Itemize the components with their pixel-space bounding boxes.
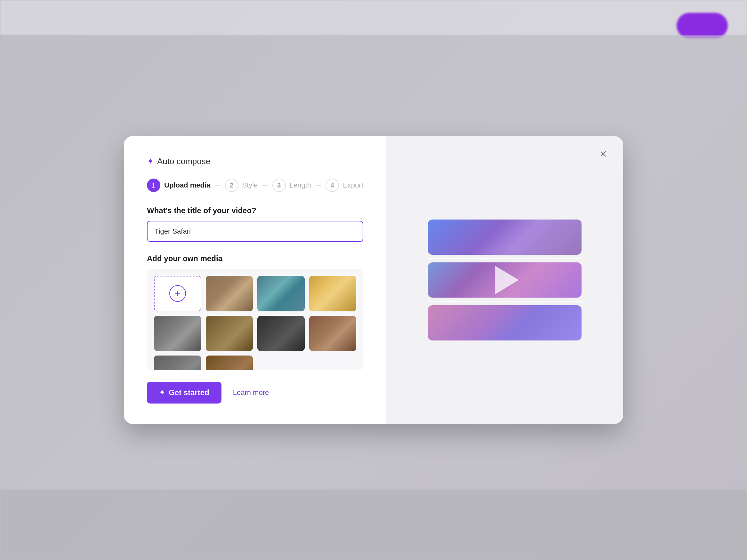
step-3-number: 3: [273, 179, 286, 192]
step-divider-1: [215, 185, 220, 186]
media-thumbnail-2[interactable]: [257, 276, 305, 311]
preview-strip-bottom: [428, 305, 582, 341]
media-thumbnail-5[interactable]: [206, 316, 253, 351]
thumb-image-9: [206, 355, 253, 370]
step-divider-3: [315, 185, 321, 186]
preview-strip-top: [428, 219, 582, 255]
video-title-question: What's the title of your video?: [147, 206, 363, 215]
step-divider-2: [262, 185, 267, 186]
auto-compose-header: ✦ Auto compose: [147, 157, 363, 166]
media-grid: +: [154, 276, 356, 370]
media-grid-container: +: [147, 269, 363, 370]
separator-line-2: [428, 301, 582, 302]
preview-strip-middle: [428, 262, 582, 298]
add-plus-icon: +: [169, 285, 186, 302]
media-thumbnail-3[interactable]: [309, 276, 357, 311]
learn-more-link[interactable]: Learn more: [233, 389, 269, 397]
thumb-image-6: [257, 316, 305, 351]
thumb-image-5: [206, 316, 253, 351]
get-started-button[interactable]: ✦ Get started: [147, 382, 222, 403]
step-1-label: Upload media: [164, 181, 210, 189]
thumb-image-7: [309, 316, 357, 351]
modal-dialog: ✦ Auto compose 1 Upload media 2 Style 3 …: [124, 136, 623, 424]
add-media-button[interactable]: +: [154, 276, 201, 311]
auto-compose-label: Auto compose: [157, 157, 210, 166]
thumb-image-4: [154, 316, 201, 351]
thumb-image-1: [206, 276, 253, 311]
modal-backdrop: ✦ Auto compose 1 Upload media 2 Style 3 …: [0, 0, 747, 560]
step-1-number: 1: [147, 179, 160, 192]
step-3-label: Length: [290, 181, 311, 189]
modal-left-panel: ✦ Auto compose 1 Upload media 2 Style 3 …: [124, 136, 386, 424]
step-3: 3 Length: [273, 179, 311, 192]
media-thumbnail-1[interactable]: [206, 276, 253, 311]
media-thumbnail-8[interactable]: [154, 355, 201, 370]
play-triangle-icon: [495, 266, 519, 294]
step-4-label: Export: [343, 181, 363, 189]
thumb-image-8: [154, 355, 201, 370]
step-1: 1 Upload media: [147, 179, 210, 192]
media-thumbnail-7[interactable]: [309, 316, 357, 351]
step-2-number: 2: [225, 179, 238, 192]
sparkle-icon: ✦: [147, 157, 154, 166]
step-2: 2 Style: [225, 179, 258, 192]
thumb-image-3: [309, 276, 357, 311]
close-button[interactable]: [595, 145, 612, 162]
step-4: 4 Export: [326, 179, 363, 192]
action-row: ✦ Get started Learn more: [147, 382, 363, 403]
close-icon: [599, 150, 608, 158]
steps-row: 1 Upload media 2 Style 3 Length 4 Export: [147, 179, 363, 192]
media-thumbnail-4[interactable]: [154, 316, 201, 351]
step-4-number: 4: [326, 179, 339, 192]
media-thumbnail-6[interactable]: [257, 316, 305, 351]
get-started-label: Get started: [169, 388, 209, 397]
step-2-label: Style: [242, 181, 258, 189]
separator-line-1: [428, 258, 582, 259]
modal-right-panel: [386, 136, 623, 424]
thumb-image-2: [257, 276, 305, 311]
media-thumbnail-9[interactable]: [206, 355, 253, 370]
button-sparkle-icon: ✦: [159, 389, 165, 397]
video-preview: [428, 219, 582, 341]
play-icon-container: [486, 262, 524, 298]
video-title-input[interactable]: [147, 221, 363, 242]
add-media-label: Add your own media: [147, 254, 363, 263]
